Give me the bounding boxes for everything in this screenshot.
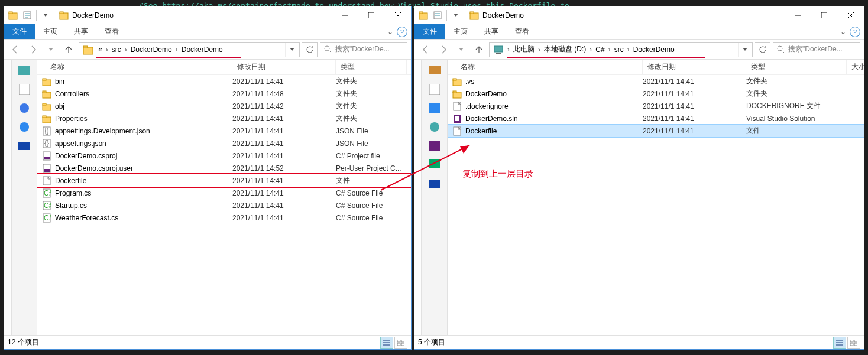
refresh-button[interactable] (755, 42, 770, 57)
tab-view[interactable]: 查看 (96, 24, 127, 39)
ribbon-expand-icon[interactable]: ⌄ (840, 28, 846, 36)
file-type: Visual Studio Solution (746, 115, 864, 123)
file-row[interactable]: C#Program.cs2021/11/1 14:41C# Source Fil… (37, 187, 411, 199)
taskbar-icon[interactable] (427, 158, 442, 172)
file-row[interactable]: Dockerfile2021/11/1 14:41文件 (37, 174, 411, 187)
taskbar-icon[interactable] (427, 63, 442, 77)
breadcrumb-segment[interactable]: C# (593, 43, 607, 57)
taskbar-icon[interactable] (427, 120, 442, 134)
file-row[interactable]: DockerDemo2021/11/1 14:41文件夹 (448, 87, 864, 100)
column-type[interactable]: 类型 (336, 60, 407, 74)
file-row[interactable]: obj2021/11/1 14:42文件夹 (37, 100, 411, 112)
file-row[interactable]: C#Startup.cs2021/11/1 14:41C# Source Fil… (37, 199, 411, 211)
breadcrumb-segment[interactable]: DockerDemo (631, 43, 677, 57)
details-view-icon[interactable] (833, 337, 846, 349)
file-row[interactable]: DockerDemo.csproj.user2021/11/1 14:52Per… (37, 162, 411, 174)
forward-button[interactable] (25, 42, 41, 57)
tab-view[interactable]: 查看 (507, 24, 537, 39)
breadcrumb-segment[interactable]: DockerDemo (128, 43, 174, 57)
breadcrumb-segment[interactable]: DockerDemo (179, 43, 225, 57)
thumbnails-view-icon[interactable] (847, 337, 860, 349)
maximize-button[interactable] (358, 6, 384, 24)
breadcrumb-segment[interactable]: « (96, 43, 105, 57)
svg-rect-76 (429, 84, 440, 95)
file-row[interactable]: bin2021/11/1 14:41文件夹 (37, 75, 411, 87)
svg-marker-16 (290, 48, 294, 51)
taskbar-icon[interactable] (17, 101, 31, 115)
back-button[interactable] (8, 42, 23, 57)
svg-rect-20 (18, 66, 30, 75)
qat-properties-icon[interactable] (431, 9, 444, 22)
column-size[interactable]: 大小 (847, 60, 864, 74)
thumbnails-view-icon[interactable] (394, 337, 407, 349)
tab-file[interactable]: 文件 (414, 24, 445, 39)
tab-share[interactable]: 共享 (66, 24, 96, 39)
breadcrumb-dropdown-icon[interactable] (285, 43, 298, 57)
tab-home[interactable]: 主页 (35, 24, 66, 39)
taskbar-icon[interactable] (427, 139, 442, 153)
breadcrumb[interactable]: «› src› DockerDemo› DockerDemo (79, 42, 300, 57)
breadcrumb-segment[interactable]: 本地磁盘 (D:) (542, 43, 588, 57)
file-row[interactable]: Dockerfile2021/11/1 14:41文件 (448, 125, 864, 137)
details-view-icon[interactable] (380, 337, 393, 349)
minimize-button[interactable] (331, 6, 358, 24)
close-button[interactable] (384, 6, 411, 24)
help-icon[interactable]: ? (850, 27, 860, 37)
maximize-button[interactable] (811, 6, 837, 24)
search-input[interactable]: 搜索"DockerDe... (773, 42, 860, 57)
file-name: Dockerfile (55, 177, 232, 185)
taskbar-icon[interactable] (17, 120, 31, 134)
file-row[interactable]: C#WeatherForecast.cs2021/11/1 14:41C# So… (37, 211, 411, 224)
qat-properties-icon[interactable] (21, 9, 34, 22)
up-button[interactable] (471, 42, 487, 57)
ribbon-expand-icon[interactable]: ⌄ (387, 28, 393, 36)
breadcrumb-segment[interactable]: 此电脑 (511, 43, 537, 57)
file-row[interactable]: Controllers2021/11/1 14:48文件夹 (37, 87, 411, 100)
qat-dropdown-icon[interactable] (39, 9, 52, 22)
help-icon[interactable]: ? (397, 27, 407, 37)
column-type[interactable]: 类型 (746, 60, 847, 74)
nav-pane-collapsed[interactable] (414, 60, 422, 335)
taskbar-icon[interactable] (427, 82, 442, 96)
taskbar-icon[interactable] (17, 82, 31, 96)
nav-pane-collapsed[interactable] (4, 60, 11, 335)
qat-dropdown-icon[interactable] (449, 9, 462, 22)
titlebar-folder-icon (469, 11, 479, 20)
breadcrumb-dropdown-icon[interactable] (738, 43, 751, 57)
search-input[interactable]: 搜索"DockerDe... (320, 42, 407, 57)
taskbar-icon[interactable] (427, 101, 442, 115)
taskbar-icon[interactable] (427, 177, 442, 191)
close-button[interactable] (837, 6, 864, 24)
breadcrumb-segment[interactable]: src (612, 43, 626, 57)
recent-dropdown[interactable] (454, 42, 469, 57)
taskbar-icon[interactable] (17, 139, 31, 153)
up-button[interactable] (61, 42, 76, 57)
breadcrumb[interactable]: › 此电脑› 本地磁盘 (D:)› C#› src› DockerDemo (489, 42, 753, 57)
file-row[interactable]: DockerDemo.csproj2021/11/1 14:41C# Proje… (37, 149, 411, 162)
file-name: Properties (55, 115, 232, 123)
file-row[interactable]: Properties2021/11/1 14:41文件夹 (37, 112, 411, 125)
refresh-button[interactable] (302, 42, 318, 57)
tab-home[interactable]: 主页 (445, 24, 476, 39)
column-name[interactable]: 名称 (448, 60, 643, 74)
column-date[interactable]: 修改日期 (643, 60, 746, 74)
file-row[interactable]: {}appsettings.json2021/11/1 14:41JSON Fi… (37, 137, 411, 149)
file-row[interactable]: .vs2021/11/1 14:41文件夹 (448, 75, 864, 87)
app-icon[interactable] (417, 9, 430, 22)
file-row[interactable]: .dockerignore2021/11/1 14:41DOCKERIGNORE… (448, 100, 864, 112)
file-row[interactable]: DockerDemo.sln2021/11/1 14:41Visual Stud… (448, 112, 864, 125)
column-name[interactable]: 名称 (37, 60, 232, 74)
recent-dropdown[interactable] (43, 42, 59, 57)
tab-share[interactable]: 共享 (476, 24, 507, 39)
title-bar[interactable]: DockerDemo (414, 6, 864, 24)
breadcrumb-segment[interactable]: src (109, 43, 124, 57)
tab-file[interactable]: 文件 (4, 24, 35, 39)
title-bar[interactable]: DockerDemo (4, 6, 411, 24)
taskbar-icon[interactable] (17, 63, 31, 77)
minimize-button[interactable] (784, 6, 811, 24)
app-icon[interactable] (7, 9, 20, 22)
back-button[interactable] (418, 42, 433, 57)
file-row[interactable]: {}appsettings.Development.json2021/11/1 … (37, 125, 411, 137)
forward-button[interactable] (436, 42, 451, 57)
column-date[interactable]: 修改日期 (232, 60, 336, 74)
